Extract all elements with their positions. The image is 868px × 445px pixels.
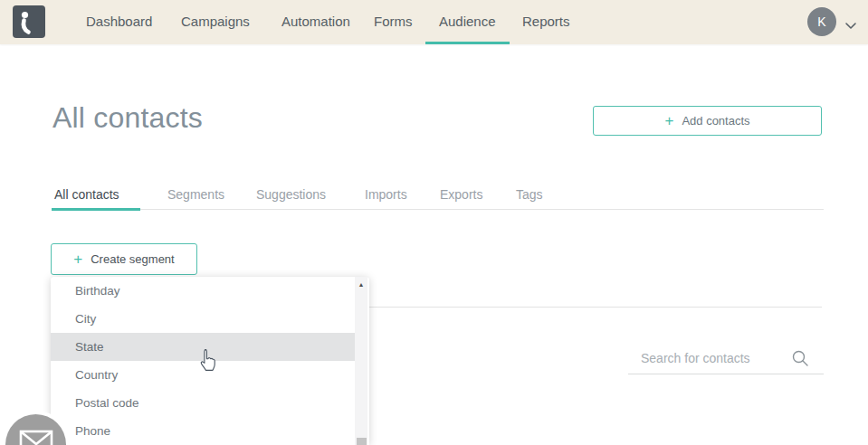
chevron-down-icon[interactable] — [844, 17, 857, 33]
app-logo-icon — [13, 25, 45, 41]
dropdown-scrollbar[interactable]: ▲ — [355, 277, 367, 445]
active-nav-indicator — [425, 42, 510, 44]
tab-exports[interactable]: Exports — [440, 187, 482, 202]
top-nav-bar: Dashboard Campaigns Automation Forms Aud… — [0, 0, 868, 44]
active-tab-indicator — [52, 208, 140, 211]
tab-suggestions[interactable]: Suggestions — [256, 187, 326, 202]
nav-item-automation[interactable]: Automation — [281, 14, 350, 29]
scroll-up-arrow-icon[interactable]: ▲ — [355, 277, 367, 291]
search-icon[interactable] — [791, 349, 809, 371]
avatar-initial: K — [817, 14, 825, 29]
dropdown-item-city[interactable]: City — [51, 305, 355, 333]
plus-icon: + — [73, 251, 82, 267]
dropdown-item-postal-code[interactable]: Postal code — [51, 389, 355, 417]
tab-imports[interactable]: Imports — [365, 187, 407, 202]
create-segment-label: Create segment — [91, 252, 175, 266]
scrollbar-thumb[interactable] — [357, 438, 367, 445]
nav-item-forms[interactable]: Forms — [374, 14, 413, 29]
segment-field-dropdown: Birthday City State Country Postal code … — [51, 277, 369, 445]
dropdown-item-state[interactable]: State — [51, 333, 355, 361]
tabs-bar: All contacts Segments Suggestions Import… — [52, 185, 824, 210]
create-segment-button[interactable]: + Create segment — [51, 243, 197, 275]
page-title: All contacts — [52, 101, 203, 135]
envelope-icon — [19, 430, 53, 445]
plus-icon: + — [664, 113, 673, 128]
nav-item-campaigns[interactable]: Campaigns — [181, 14, 250, 29]
dropdown-item-country[interactable]: Country — [51, 361, 355, 389]
search-for-contacts — [628, 347, 824, 375]
app-logo[interactable] — [13, 5, 45, 38]
tab-all-contacts[interactable]: All contacts — [54, 187, 119, 202]
add-contacts-button[interactable]: + Add contacts — [593, 106, 822, 136]
nav-item-reports[interactable]: Reports — [522, 14, 570, 29]
dropdown-item-phone[interactable]: Phone — [51, 417, 355, 445]
add-contacts-label: Add contacts — [682, 114, 749, 128]
user-avatar[interactable]: K — [807, 7, 836, 36]
tab-segments[interactable]: Segments — [167, 187, 224, 202]
nav-item-dashboard[interactable]: Dashboard — [86, 14, 152, 29]
dropdown-item-birthday[interactable]: Birthday — [51, 277, 355, 305]
app-screen: Dashboard Campaigns Automation Forms Aud… — [0, 0, 868, 445]
tab-tags[interactable]: Tags — [516, 187, 543, 202]
nav-item-audience[interactable]: Audience — [439, 14, 496, 29]
